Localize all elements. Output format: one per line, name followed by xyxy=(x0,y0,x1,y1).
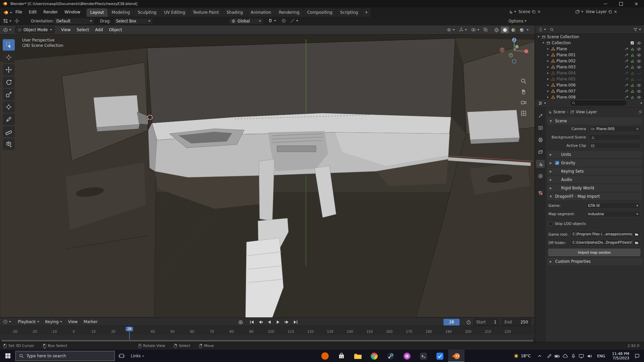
modifier-wrench-icon[interactable] xyxy=(624,95,628,99)
timeline-ruler[interactable]: -30-20-100102040506070809010011012013014… xyxy=(0,326,535,335)
prev-keyframe-button[interactable] xyxy=(257,319,264,325)
outliner-collection-row[interactable]: ▼ Collection xyxy=(535,40,644,46)
properties-options-caret[interactable] xyxy=(640,103,642,104)
notification-center-button[interactable] xyxy=(633,354,641,359)
app-icon-dark-app[interactable] xyxy=(415,350,432,362)
tray-icon-monitor[interactable] xyxy=(578,354,585,359)
add-workspace-button[interactable]: + xyxy=(362,8,371,17)
game-dropdown[interactable]: GTA III xyxy=(586,202,640,209)
minimize-button[interactable] xyxy=(598,0,613,7)
tool-select-box[interactable] xyxy=(3,39,15,51)
overlays-dropdown[interactable] xyxy=(470,27,480,33)
shading-dropdown-caret[interactable] xyxy=(527,29,529,31)
workspace-tab-rendering[interactable]: Rendering xyxy=(275,8,303,17)
eye-icon[interactable] xyxy=(637,59,641,63)
gizmo-x-axis[interactable] xyxy=(524,49,528,53)
workspace-tab-texture-paint[interactable]: Texture Paint xyxy=(189,8,222,17)
app-icon-blue-app[interactable] xyxy=(432,350,448,362)
tool-move[interactable] xyxy=(3,64,15,75)
eye-icon[interactable] xyxy=(637,41,641,45)
tray-icon-volume[interactable] xyxy=(586,354,593,359)
app-icon-purple-app[interactable] xyxy=(399,350,415,362)
properties-editor-type-button[interactable] xyxy=(537,100,547,106)
tool-rotate[interactable] xyxy=(3,76,15,88)
modifier-wrench-icon[interactable] xyxy=(624,77,628,81)
view-layer-name[interactable]: View Layer xyxy=(586,9,607,14)
workspace-tab-shading[interactable]: Shading xyxy=(223,8,247,17)
eye-closed-icon[interactable] xyxy=(637,77,641,81)
transform-orientation-dropdown[interactable]: Global xyxy=(229,18,264,24)
eye-icon[interactable] xyxy=(637,96,641,99)
tab-render-properties[interactable] xyxy=(536,124,545,132)
modifier-wrench-icon[interactable] xyxy=(624,59,628,63)
viewport-menu-object[interactable]: Object xyxy=(106,25,125,34)
active-clip-field[interactable] xyxy=(589,142,641,149)
gizmos-dropdown[interactable] xyxy=(458,27,468,33)
tray-icon-mic[interactable] xyxy=(570,354,577,359)
outliner-object-row-plane-004[interactable]: ▶ Plane.004 xyxy=(535,70,644,76)
app-icon-chrome[interactable] xyxy=(366,350,382,362)
tab-tool-properties[interactable] xyxy=(536,112,545,120)
weather-widget[interactable]: 18°C xyxy=(514,353,531,359)
current-frame-field[interactable]: 28 xyxy=(443,319,460,325)
timeline-menu-playback[interactable]: Playback xyxy=(15,318,42,326)
panel-gravity[interactable]: ▶ Gravity xyxy=(547,159,642,167)
shading-material-button[interactable] xyxy=(509,26,517,33)
workspace-tab-modeling[interactable]: Modeling xyxy=(108,8,134,17)
mode-dropdown[interactable]: Object Mode xyxy=(15,26,55,33)
app-icon-store[interactable] xyxy=(333,350,350,362)
new-scene-icon[interactable] xyxy=(532,10,536,14)
background-scene-field[interactable] xyxy=(589,134,641,140)
app-icon-explorer[interactable] xyxy=(350,350,366,362)
browse-view-layer-button[interactable] xyxy=(574,9,584,15)
timeline-menu-marker[interactable]: Marker xyxy=(80,318,100,326)
menu-render[interactable]: Render xyxy=(40,7,61,17)
camera-clear-icon[interactable]: × xyxy=(636,127,639,131)
viewport-menu-add[interactable]: Add xyxy=(92,25,106,34)
eye-icon[interactable] xyxy=(637,83,641,87)
tool-move-icon[interactable] xyxy=(13,18,20,24)
object-visibility-dropdown[interactable] xyxy=(445,27,456,33)
mesh-data-icon[interactable] xyxy=(631,83,634,87)
tab-view-layer-properties[interactable] xyxy=(536,148,545,156)
eye-icon[interactable] xyxy=(637,89,641,93)
menu-file[interactable]: File xyxy=(12,7,25,17)
eye-icon[interactable] xyxy=(637,47,641,51)
dff-folder-browse-button[interactable] xyxy=(633,239,640,246)
breadcrumb-scene[interactable]: Scene xyxy=(553,110,565,114)
app-icon-steam[interactable] xyxy=(382,350,399,362)
timeline-menu-view[interactable]: View xyxy=(65,318,80,326)
frame-end-field[interactable]: End250 xyxy=(502,319,531,325)
workspace-tab-layout[interactable]: Layout xyxy=(87,8,108,17)
outliner-object-row-plane-007[interactable]: ▶ Plane.007 xyxy=(535,88,644,94)
outliner-search-icon[interactable] xyxy=(550,27,554,32)
eye-icon[interactable] xyxy=(637,65,641,69)
play-button[interactable] xyxy=(274,319,282,325)
language-indicator[interactable]: ENG xyxy=(597,354,605,358)
task-view-button[interactable] xyxy=(115,350,128,362)
outliner-editor-type-button[interactable] xyxy=(537,26,547,33)
panel-keying-sets[interactable]: ▶ Keying Sets xyxy=(547,168,642,175)
outliner-scene-collection-row[interactable]: ▼ Scene Collection xyxy=(535,34,644,40)
dff-folder-field[interactable]: C:\Users\blaha\Do...DragonFF\tests\dff xyxy=(571,239,632,246)
orientation-dropdown[interactable]: Default xyxy=(54,18,95,24)
blender-app-menu[interactable] xyxy=(2,9,13,16)
maximize-button[interactable] xyxy=(613,0,629,7)
map-segment-dropdown[interactable]: industne xyxy=(586,211,640,217)
play-reverse-button[interactable] xyxy=(266,319,273,325)
breadcrumb-view-layer[interactable]: View Layer xyxy=(576,110,597,114)
outliner-object-row-plane-002[interactable]: ▶ Plane.002 xyxy=(535,58,644,64)
outliner-object-row-plane-001[interactable]: ▶ Plane.001 xyxy=(535,52,644,58)
timeline-scrollbar-thumb[interactable] xyxy=(1,340,533,342)
outliner-object-row-plane-008[interactable]: ▶ Plane.008 xyxy=(535,94,644,99)
eye-icon[interactable] xyxy=(637,53,641,57)
mesh-data-icon[interactable] xyxy=(631,47,634,51)
gizmo-y-axis[interactable] xyxy=(515,45,519,48)
mesh-data-icon[interactable] xyxy=(631,96,634,99)
viewport-menu-select[interactable]: Select xyxy=(73,25,92,34)
shading-wireframe-button[interactable] xyxy=(492,26,500,33)
xray-toggle[interactable] xyxy=(482,27,489,33)
remove-view-layer-icon[interactable]: × xyxy=(614,9,617,14)
outliner-object-row-plane[interactable]: ▶ Plane xyxy=(535,46,644,52)
modifier-wrench-icon[interactable] xyxy=(624,71,628,75)
